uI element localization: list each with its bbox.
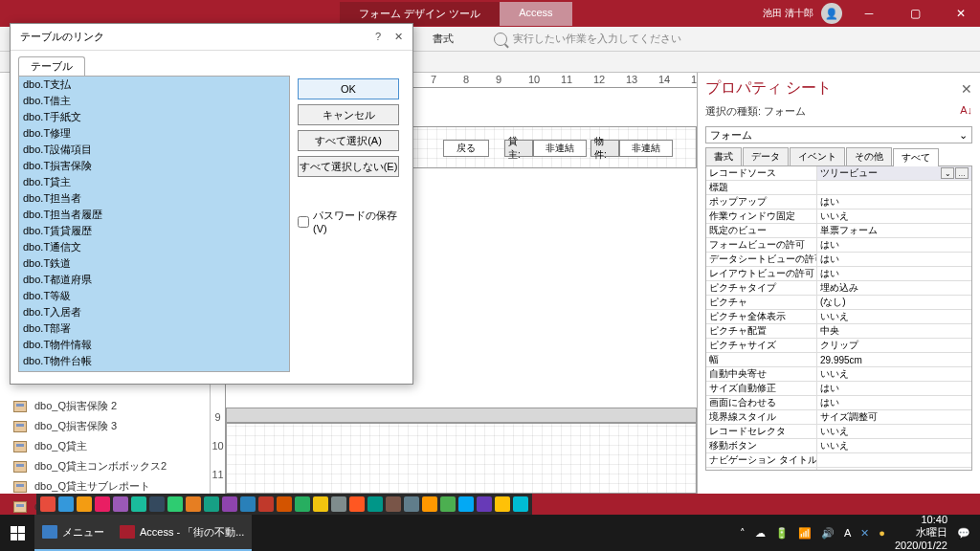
list-item[interactable]: dbo.T通信文 [19, 239, 289, 255]
ribbon-tab-format[interactable]: 書式 [421, 27, 465, 51]
list-item[interactable]: dbo.T貸主 [19, 174, 289, 190]
property-row[interactable]: ピクチャ(なし) [706, 296, 971, 310]
volume-icon[interactable]: 🔊 [821, 527, 835, 540]
ime-icon[interactable]: A [844, 527, 851, 539]
property-tab[interactable]: すべて [893, 148, 939, 166]
property-row[interactable]: ピクチャタイプ埋め込み [706, 281, 971, 296]
quick-icon[interactable] [513, 496, 528, 512]
property-value[interactable] [817, 181, 971, 194]
list-item[interactable]: dbo.T借主 [19, 93, 289, 109]
back-button-control[interactable]: 戻る [443, 140, 489, 157]
deselect-all-button[interactable]: すべて選択しない(E) [298, 156, 399, 177]
tell-me-search[interactable]: 実行したい作業を入力してください [494, 32, 681, 46]
taskbar-clock[interactable]: 10:40 水曜日 2020/01/22 [895, 514, 947, 551]
quick-icon[interactable] [149, 496, 165, 512]
property-row[interactable]: 作業ウィンドウ固定いいえ [706, 209, 971, 224]
property-value[interactable]: いいえ [817, 367, 971, 381]
context-tab[interactable]: フォーム デザイン ツール [340, 2, 500, 26]
property-tab[interactable]: データ [743, 147, 789, 165]
property-row[interactable]: レコードソースツリービュー⌄… [706, 166, 971, 181]
label-property[interactable]: 物件: [590, 140, 619, 157]
form-detail-header[interactable] [226, 408, 697, 423]
form-detail-section[interactable] [226, 423, 697, 494]
ok-button[interactable]: OK [298, 78, 399, 99]
quick-icon[interactable] [113, 496, 128, 512]
list-item[interactable]: dbo.T賃貸履歴 [19, 223, 289, 239]
list-item[interactable]: dbo.T設備項目 [19, 142, 289, 158]
wifi-icon[interactable]: 📶 [798, 527, 812, 540]
quick-icon[interactable] [95, 496, 110, 512]
minimize-button[interactable]: ─ [850, 0, 888, 27]
quick-icon[interactable] [477, 496, 492, 512]
list-item[interactable]: dbo.T都道府県 [19, 272, 289, 288]
list-item[interactable]: dbo.T等級 [19, 288, 289, 304]
quick-icon[interactable] [440, 496, 456, 512]
cancel-button[interactable]: キャンセル [298, 104, 399, 125]
quick-icon[interactable] [331, 496, 346, 512]
property-value[interactable]: はい [817, 382, 971, 395]
sort-icon[interactable]: A↓ [960, 104, 972, 119]
property-value[interactable]: 埋め込み [817, 281, 971, 295]
quick-icon[interactable] [368, 496, 383, 512]
dialog-table-list[interactable]: dbo.T支払dbo.T借主dbo.T手紙文dbo.T修理dbo.T設備項目db… [18, 76, 290, 372]
property-row[interactable]: 自動中央寄せいいえ [706, 367, 971, 382]
quick-icon[interactable] [186, 496, 201, 512]
nav-item[interactable]: dbo_Q損害保険 2 [0, 396, 210, 416]
location-icon[interactable]: ● [879, 527, 885, 539]
property-row[interactable]: ナビゲーション タイトル [706, 453, 971, 468]
property-value[interactable]: クリップ [817, 339, 971, 352]
list-item[interactable]: dbo.T損害保険 [19, 158, 289, 174]
property-value[interactable]: いいえ [817, 310, 971, 323]
list-item[interactable]: dbo.T支払 [19, 77, 289, 93]
property-row[interactable]: レイアウトビューの許可はい [706, 267, 971, 281]
property-value[interactable]: いいえ [817, 425, 971, 438]
property-row[interactable]: 区切り線いいえ [706, 468, 971, 471]
property-value[interactable]: はい [817, 238, 971, 252]
quick-icon[interactable] [204, 496, 219, 512]
save-password-checkbox[interactable]: パスワードの保存(V) [298, 209, 399, 234]
nav-item[interactable]: dbo_Q貸主 [0, 436, 210, 456]
property-value[interactable]: (なし) [817, 296, 971, 309]
list-item[interactable]: dbo.T担当者 [19, 190, 289, 207]
textbox-lender[interactable]: 非連結 [533, 140, 587, 157]
property-row[interactable]: 標題 [706, 181, 971, 195]
list-item[interactable]: dbo.T手紙文 [19, 109, 289, 125]
quick-icon[interactable] [313, 496, 328, 512]
dropdown-icon[interactable]: ⌄ [941, 167, 954, 179]
textbox-property[interactable]: 非連結 [619, 140, 673, 157]
dialog-close-icon[interactable]: ✕ [394, 31, 403, 43]
builder-icon[interactable]: … [955, 167, 969, 179]
property-row[interactable]: ポップアップはい [706, 195, 971, 209]
list-item[interactable]: dbo.T物件情報 [19, 337, 289, 353]
property-value[interactable]: はい [817, 253, 971, 266]
property-row[interactable]: 幅29.995cm [706, 353, 971, 367]
property-value[interactable]: いいえ [817, 209, 971, 223]
property-row[interactable]: ピクチャサイズクリップ [706, 339, 971, 353]
quick-icon[interactable] [258, 496, 274, 512]
close-tray-icon[interactable]: ✕ [860, 527, 869, 540]
property-tab[interactable]: 書式 [705, 147, 742, 165]
quick-icon[interactable] [295, 496, 310, 512]
property-row[interactable]: データシートビューの許可はい [706, 253, 971, 267]
quick-icon[interactable] [349, 496, 365, 512]
user-avatar-icon[interactable]: 👤 [821, 3, 842, 24]
list-item[interactable]: dbo.T担当者履歴 [19, 207, 289, 223]
tray-up-icon[interactable]: ˄ [740, 527, 746, 540]
quick-icon[interactable] [240, 496, 256, 512]
property-value[interactable]: はい [817, 195, 971, 209]
property-value[interactable]: 単票フォーム [817, 224, 971, 237]
select-all-button[interactable]: すべて選択(A) [298, 130, 399, 151]
quick-icon[interactable] [458, 496, 474, 512]
quick-icon[interactable] [495, 496, 510, 512]
property-row[interactable]: レコードセレクタいいえ [706, 425, 971, 439]
property-row[interactable]: フォームビューの許可はい [706, 238, 971, 253]
nav-item[interactable]: dbo_Q損害保険 3 [0, 416, 210, 436]
start-button[interactable] [0, 515, 34, 551]
property-row[interactable]: 境界線スタイルサイズ調整可 [706, 410, 971, 425]
quick-icon[interactable] [131, 496, 146, 512]
list-item[interactable]: dbo.T入居者 [19, 304, 289, 320]
list-item[interactable]: dbo.T保証人 [19, 369, 289, 372]
close-button[interactable]: ✕ [942, 0, 980, 27]
property-value[interactable] [817, 453, 971, 467]
property-value[interactable]: いいえ [817, 468, 971, 471]
